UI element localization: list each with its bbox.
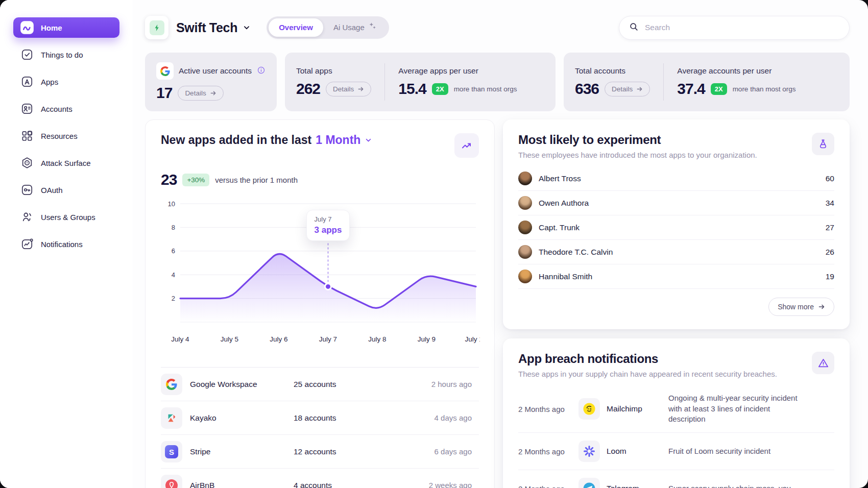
app-breach-notifications-panel: App breach notifications These apps in y… <box>503 338 850 488</box>
mailchimp-icon <box>578 398 600 420</box>
app-store-icon <box>20 75 34 89</box>
warning-triangle-icon <box>812 352 834 374</box>
sidebar-item-label: OAuth <box>41 186 63 194</box>
person-row[interactable]: Albert Tross 60 <box>518 166 834 191</box>
details-button[interactable]: Details <box>605 82 650 96</box>
app-last-used: 4 days ago <box>435 413 479 422</box>
stat-card-apps: Total apps 262 Details Average apps per … <box>285 53 556 111</box>
panel-title: App breach notifications <box>518 352 777 366</box>
topbar: Swift Tech Overview Ai Usage <box>145 15 850 40</box>
arrow-right-icon <box>818 303 825 310</box>
breach-description: Ongoing & multi-year security incident w… <box>668 393 806 425</box>
flask-icon <box>812 133 834 155</box>
chart-title-text: New apps added in the last <box>161 133 311 147</box>
sidebar-item-label: Home <box>41 23 62 32</box>
hexagon-target-icon <box>20 156 34 170</box>
tab-overview[interactable]: Overview <box>269 18 323 37</box>
sidebar-item-attack-surface[interactable]: Attack Surface <box>13 153 119 173</box>
avatar <box>518 245 532 259</box>
details-label: Details <box>333 85 354 93</box>
show-more-button[interactable]: Show more <box>768 298 834 316</box>
svg-text:July 4: July 4 <box>171 335 189 343</box>
sidebar-item-apps[interactable]: Apps <box>13 71 119 92</box>
badge-note: more than most orgs <box>454 85 517 93</box>
chart-tooltip: July 7 3 apps <box>306 210 350 241</box>
stat-label: Average apps per user <box>398 66 478 76</box>
person-count: 27 <box>826 223 834 232</box>
search-icon <box>629 21 639 34</box>
most-likely-to-experiment-panel: Most likely to experiment These employee… <box>503 119 850 329</box>
stat-value: 636 <box>575 80 599 97</box>
app-accounts: 4 accounts <box>294 481 429 488</box>
breach-row-mailchimp: 2 Months ago Mailchimp Ongoing & multi-y… <box>518 385 834 433</box>
view-tabs: Overview Ai Usage <box>267 16 389 39</box>
app-name: Kayako <box>190 413 216 423</box>
app-row-google-workspace[interactable]: Google Workspace 25 accounts 2 hours ago <box>161 368 479 401</box>
breach-app-name: Loom <box>607 447 626 456</box>
breach-description: Super scary supply chain mess, you <box>668 483 806 488</box>
person-row[interactable]: Capt. Trunk 27 <box>518 215 834 240</box>
org-name: Swift Tech <box>176 20 237 35</box>
person-count: 60 <box>826 174 834 183</box>
lightning-icon <box>150 20 164 35</box>
stat-value: 37.4 <box>677 80 705 97</box>
panel-subtitle: These employees have introduced the most… <box>518 151 757 159</box>
kayako-icon <box>161 407 182 429</box>
chart-big-value: 23 <box>161 171 177 188</box>
app-row-airbnb[interactable]: AirBnB 4 accounts 2 weeks ago <box>161 469 479 488</box>
app-last-used: 2 hours ago <box>431 380 479 388</box>
sidebar-item-notifications[interactable]: Notifications <box>13 234 119 254</box>
sidebar-item-label: Users & Groups <box>41 213 95 222</box>
app-row-kayako[interactable]: Kayako 18 accounts 4 days ago <box>161 401 479 435</box>
arrow-right-icon <box>210 90 216 96</box>
panel-title: Most likely to experiment <box>518 133 757 147</box>
details-button[interactable]: Details <box>326 82 371 96</box>
sidebar-item-users-groups[interactable]: Users & Groups <box>13 207 119 227</box>
details-label: Details <box>185 89 206 97</box>
sidebar: Home Things to do Apps Accounts Resource… <box>0 0 133 488</box>
sidebar-item-label: Resources <box>41 132 78 140</box>
sidebar-item-label: Apps <box>41 78 58 86</box>
period-label: 1 Month <box>316 133 360 147</box>
person-row[interactable]: Theodore T.C. Calvin 26 <box>518 240 834 264</box>
tooltip-date: July 7 <box>315 215 342 223</box>
stat-value: 262 <box>296 80 320 97</box>
multiplier-badge: 2X <box>711 83 727 95</box>
sidebar-item-label: Attack Surface <box>41 159 91 167</box>
person-name: Albert Tross <box>539 174 581 183</box>
divider <box>384 63 385 101</box>
period-dropdown[interactable]: 1 Month <box>316 133 373 147</box>
tab-ai-usage[interactable]: Ai Usage <box>323 18 387 37</box>
sidebar-item-things-to-do[interactable]: Things to do <box>13 44 119 65</box>
svg-text:July 10: July 10 <box>465 335 480 343</box>
person-row[interactable]: Owen Authora 34 <box>518 191 834 215</box>
stat-value: 17 <box>156 84 172 102</box>
org-switcher[interactable]: Swift Tech <box>145 16 251 39</box>
app-row-stripe[interactable]: S Stripe 12 accounts 6 days ago <box>161 435 479 469</box>
search-bar <box>619 16 850 40</box>
sidebar-item-accounts[interactable]: Accounts <box>13 99 119 119</box>
svg-text:4: 4 <box>172 271 175 279</box>
person-row[interactable]: Hannibal Smith 19 <box>518 264 834 289</box>
sidebar-item-home[interactable]: Home <box>13 17 119 38</box>
experiment-list: Albert Tross 60 Owen Authora 34 Capt. Tr… <box>518 166 834 289</box>
svg-text:6: 6 <box>172 247 175 255</box>
breach-row-telegram: 2 Months ago Telegram Super scary supply… <box>518 470 834 488</box>
app-accounts: 18 accounts <box>294 413 435 423</box>
new-apps-chart-card: New apps added in the last 1 Month 23 +3… <box>145 119 495 488</box>
key-icon <box>20 183 34 197</box>
stat-label: Active user accounts <box>179 66 252 76</box>
breach-row-loom: 2 Months ago Loom Fruit of Loom security… <box>518 433 834 470</box>
users-icon <box>20 210 34 224</box>
app-name: Stripe <box>190 447 211 456</box>
search-input[interactable] <box>645 23 840 32</box>
sidebar-item-oauth[interactable]: OAuth <box>13 180 119 200</box>
tooltip-value: 3 apps <box>315 225 342 235</box>
person-name: Theodore T.C. Calvin <box>539 248 613 257</box>
show-more-label: Show more <box>778 303 814 311</box>
sidebar-item-resources[interactable]: Resources <box>13 126 119 146</box>
details-button[interactable]: Details <box>178 86 223 101</box>
delta-badge: +30% <box>182 174 209 186</box>
info-icon[interactable] <box>257 66 266 77</box>
stat-label: Total accounts <box>575 66 625 76</box>
